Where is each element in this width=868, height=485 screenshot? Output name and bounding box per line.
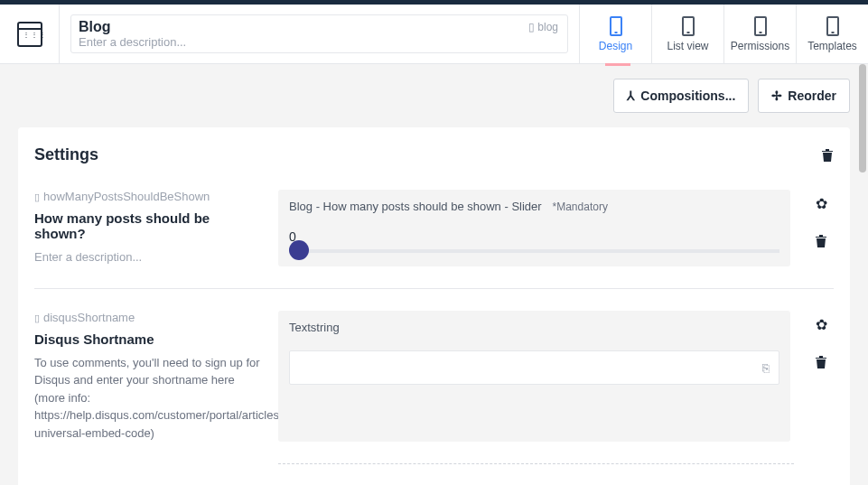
slider-thumb[interactable] (289, 240, 309, 260)
phone-icon (682, 16, 695, 36)
header: Blog Enter a description... ▯ blog Desig… (0, 5, 868, 64)
property-row: disqusShortname Disqus Shortname To use … (34, 311, 834, 464)
tab-permissions[interactable]: Permissions (723, 5, 796, 63)
property-description-placeholder[interactable]: Enter a description... (34, 248, 260, 266)
property-left: howManyPostsShouldBeShown How many posts… (34, 190, 260, 266)
add-property-placeholder[interactable] (278, 463, 794, 478)
property-actions: ✿ (808, 311, 834, 443)
phone-icon (610, 16, 622, 36)
property-label[interactable]: Disqus Shortname (34, 331, 260, 347)
title-inner[interactable]: Blog Enter a description... ▯ blog (70, 14, 568, 53)
delete-property-icon[interactable] (815, 355, 827, 369)
title-block: Blog Enter a description... ▯ blog (60, 5, 579, 63)
button-label: Compositions... (640, 89, 735, 103)
slider-value: 0 (289, 229, 779, 244)
slider-preview: 0 (289, 229, 779, 253)
property-editor[interactable]: Textstring (278, 311, 790, 443)
content-area: ⅄ Compositions... ✢ Reorder Settings how… (0, 64, 868, 485)
property-actions: ✿ (808, 190, 834, 266)
doctype-title[interactable]: Blog (79, 19, 560, 35)
delete-property-icon[interactable] (815, 234, 827, 248)
calendar-icon (17, 22, 42, 47)
delete-group-icon[interactable] (821, 148, 834, 163)
phone-icon (826, 16, 839, 36)
settings-icon[interactable]: ✿ (816, 195, 827, 212)
button-label: Reorder (788, 89, 836, 103)
property-alias[interactable]: disqusShortname (34, 311, 260, 324)
scrollbar[interactable] (857, 64, 868, 485)
tabs: Design List view Permissions Templates (579, 5, 868, 63)
doctype-icon-box[interactable] (0, 5, 60, 63)
reorder-button[interactable]: ✢ Reorder (758, 79, 850, 113)
tab-label: Templates (807, 40, 857, 52)
property-editor[interactable]: Blog - How many posts should be shown - … (278, 190, 790, 266)
tab-label: Permissions (731, 40, 789, 52)
settings-panel: Settings howManyPostsShouldBeShown How m… (18, 127, 850, 485)
property-left: disqusShortname Disqus Shortname To use … (34, 311, 260, 443)
mandatory-label: *Mandatory (553, 201, 608, 213)
textstring-input-preview (289, 350, 779, 385)
panel-header: Settings (34, 145, 834, 164)
doctype-description-placeholder[interactable]: Enter a description... (79, 35, 560, 49)
compositions-icon: ⅄ (627, 89, 635, 103)
compositions-button[interactable]: ⅄ Compositions... (613, 79, 749, 113)
doctype-alias: ▯ blog (528, 21, 558, 33)
editor-name: Textstring (289, 321, 340, 334)
tab-label: List view (667, 40, 708, 52)
property-alias[interactable]: howManyPostsShouldBeShown (34, 190, 260, 203)
settings-icon[interactable]: ✿ (816, 316, 827, 333)
slider-track[interactable] (289, 249, 779, 253)
property-description[interactable]: To use comments, you'll need to sign up … (34, 354, 260, 443)
tab-templates[interactable]: Templates (796, 5, 868, 63)
panel-title[interactable]: Settings (34, 145, 98, 164)
phone-icon (754, 16, 767, 36)
editor-name: Blog - How many posts should be shown - … (289, 200, 542, 213)
property-row: howManyPostsShouldBeShown How many posts… (34, 190, 834, 289)
reorder-icon: ✢ (771, 89, 782, 103)
action-bar: ⅄ Compositions... ✢ Reorder (18, 79, 850, 113)
tab-design[interactable]: Design (579, 5, 651, 63)
tab-list-view[interactable]: List view (651, 5, 723, 63)
property-label[interactable]: How many posts should be shown? (34, 210, 260, 241)
tab-label: Design (599, 40, 632, 52)
scrollbar-thumb[interactable] (859, 64, 866, 173)
